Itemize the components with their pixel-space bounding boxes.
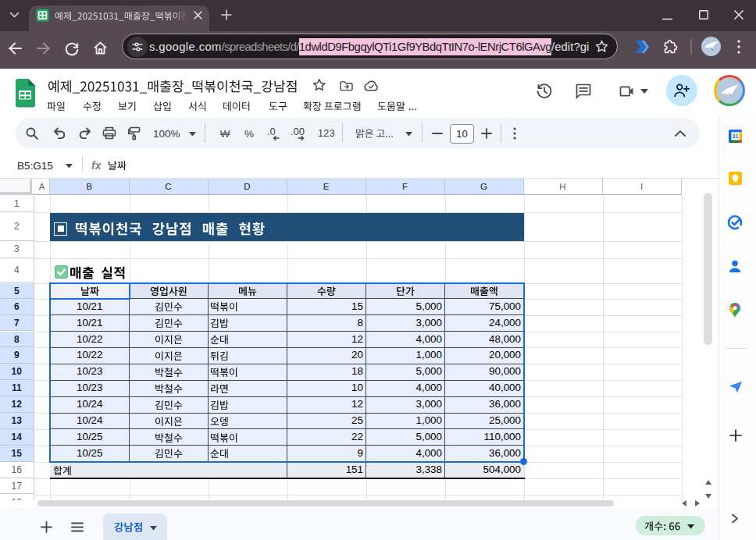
svg-text:31: 31 — [732, 133, 739, 140]
